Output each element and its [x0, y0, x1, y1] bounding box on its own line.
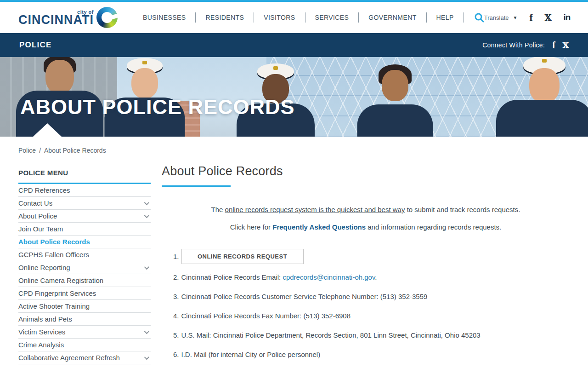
chevron-down-icon — [144, 354, 149, 359]
records-email-link[interactable]: cpdrecords@cincinnati-oh.gov — [283, 273, 375, 281]
translate-caret-icon[interactable]: ▼ — [513, 15, 518, 20]
linkedin-icon[interactable]: in — [563, 12, 570, 23]
list-item-fax: 4. Cincinnati Police Records Fax Number:… — [173, 312, 570, 320]
x-twitter-icon[interactable]: 𝕏 — [545, 12, 552, 23]
site-header: city of CINCINNATI BUSINESSES RESIDENTS … — [0, 2, 588, 33]
sidebar-item-online-camera-registration[interactable]: Online Camera Registration — [18, 274, 151, 287]
list-item-email: 2. Cincinnati Police Records Email: cpdr… — [173, 273, 570, 281]
officer-photo-figure — [498, 57, 588, 137]
breadcrumb-separator: / — [39, 147, 41, 154]
nav-businesses[interactable]: BUSINESSES — [133, 12, 196, 23]
nav-government[interactable]: GOVERNMENT — [359, 12, 426, 23]
chevron-down-icon — [144, 264, 149, 269]
nav-visitors[interactable]: VISITORS — [254, 12, 305, 23]
connect-with-police-label: Connect With Police: — [482, 41, 545, 49]
sidebar-item-animals-and-pets[interactable]: Animals and Pets — [18, 313, 151, 326]
main-content: About Police Records The online records … — [162, 164, 570, 368]
hero-banner: ABOUT POLICE RECORDS — [0, 57, 588, 137]
breadcrumb-current-page: About Police Records — [44, 147, 106, 154]
content-area: POLICE MENU CPD References Contact Us Ab… — [0, 161, 588, 368]
list-item-online-records: 1. ONLINE RECORDS REQUEST — [173, 249, 570, 264]
nav-help[interactable]: HELP — [427, 12, 464, 23]
facebook-icon[interactable]: f — [529, 12, 532, 23]
search-icon[interactable] — [474, 12, 484, 23]
main-nav: BUSINESSES RESIDENTS VISITORS SERVICES G… — [133, 12, 484, 23]
list-item-us-mail: 5. U.S. Mail: Cincinnati Police Departme… — [173, 331, 570, 339]
police-x-icon[interactable]: 𝕏 — [563, 40, 569, 50]
chevron-down-icon — [144, 213, 149, 218]
police-menu-title: POLICE MENU — [18, 169, 151, 184]
logo-cincinnati: CINCINNATI — [18, 14, 94, 26]
list-item-id-mail: 6. I.D. Mail (for internal City or Polic… — [173, 351, 570, 358]
sidebar-item-crime-analysis[interactable]: Crime Analysis — [18, 339, 151, 351]
online-records-system-link[interactable]: online records request system is the qui… — [225, 206, 405, 213]
header-utility: Translate ▼ f 𝕏 in — [484, 12, 571, 23]
nav-residents[interactable]: RESIDENTS — [196, 12, 254, 23]
sidebar-item-contact-us[interactable]: Contact Us — [18, 197, 151, 210]
heading-underline — [162, 185, 231, 187]
list-item-phone: 3. Cincinnati Police Records Customer Se… — [173, 293, 570, 300]
page-title: About Police Records — [162, 164, 570, 178]
breadcrumb-police-link[interactable]: Police — [18, 147, 36, 154]
nav-services[interactable]: SERVICES — [305, 12, 359, 23]
sidebar-item-gcphs-fallen-officers[interactable]: GCPHS Fallen Officers — [18, 248, 151, 261]
intro-paragraph: The online records request system is the… — [162, 206, 570, 213]
chevron-down-icon — [144, 328, 149, 334]
sidebar-item-victim-services[interactable]: Victim Services — [18, 326, 151, 339]
cincinnati-c-logo-icon — [96, 7, 118, 28]
sidebar-item-about-police-records[interactable]: About Police Records — [18, 236, 151, 248]
faq-link[interactable]: Frequently Asked Questions — [272, 223, 366, 231]
police-menu-sidebar: POLICE MENU CPD References Contact Us Ab… — [18, 169, 151, 364]
cincinnati-logo[interactable]: city of CINCINNATI — [18, 7, 118, 28]
translate-button[interactable]: Translate — [484, 14, 509, 21]
faq-paragraph: Click here for Frequently Asked Question… — [162, 223, 570, 231]
page-banner-title: ABOUT POLICE RECORDS — [20, 95, 295, 119]
online-records-request-button[interactable]: ONLINE RECORDS REQUEST — [181, 249, 304, 264]
sidebar-item-join-our-team[interactable]: Join Our Team — [18, 223, 151, 236]
sidebar-item-active-shooter-training[interactable]: Active Shooter Training — [18, 300, 151, 313]
sidebar-item-cpd-fingerprint-services[interactable]: CPD Fingerprint Services — [18, 287, 151, 300]
hero-notch-pointer — [33, 123, 62, 137]
records-contact-list: 1. ONLINE RECORDS REQUEST 2. Cincinnati … — [162, 249, 570, 358]
police-department-bar: POLICE Connect With Police: f 𝕏 — [0, 33, 588, 57]
breadcrumb: Police/About Police Records — [0, 137, 588, 161]
chevron-down-icon — [144, 200, 149, 205]
sidebar-item-collaborative-agreement-refresh[interactable]: Collaborative Agreement Refresh — [18, 351, 151, 364]
sidebar-item-online-reporting[interactable]: Online Reporting — [18, 261, 151, 274]
police-bar-title[interactable]: POLICE — [19, 40, 52, 50]
police-facebook-icon[interactable]: f — [552, 40, 555, 51]
sidebar-item-about-police[interactable]: About Police — [18, 210, 151, 223]
officer-photo-figure — [356, 57, 434, 137]
sidebar-item-cpd-references[interactable]: CPD References — [18, 184, 151, 197]
